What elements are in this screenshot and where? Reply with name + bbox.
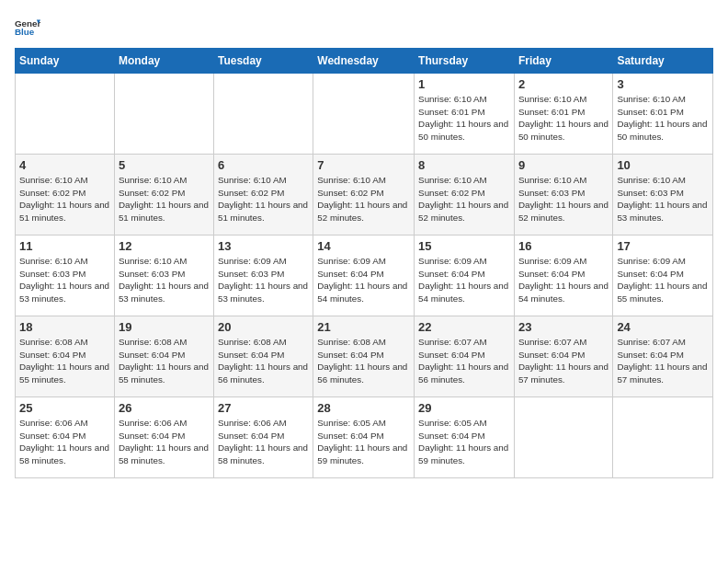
day-info: Sunrise: 6:05 AM Sunset: 6:04 PM Dayligh… [418, 417, 510, 467]
calendar-cell: 13Sunrise: 6:09 AM Sunset: 6:03 PM Dayli… [213, 236, 313, 316]
calendar-cell: 6Sunrise: 6:10 AM Sunset: 6:02 PM Daylig… [213, 155, 313, 236]
day-info: Sunrise: 6:09 AM Sunset: 6:04 PM Dayligh… [518, 255, 609, 305]
calendar-cell: 15Sunrise: 6:09 AM Sunset: 6:04 PM Dayli… [415, 236, 515, 316]
calendar-cell: 26Sunrise: 6:06 AM Sunset: 6:04 PM Dayli… [114, 397, 213, 478]
day-info: Sunrise: 6:07 AM Sunset: 6:04 PM Dayligh… [418, 336, 510, 386]
svg-text:Blue: Blue [15, 27, 35, 37]
day-info: Sunrise: 6:05 AM Sunset: 6:04 PM Dayligh… [317, 417, 410, 467]
day-info: Sunrise: 6:09 AM Sunset: 6:03 PM Dayligh… [218, 255, 309, 305]
day-info: Sunrise: 6:10 AM Sunset: 6:01 PM Dayligh… [518, 93, 609, 144]
calendar-cell: 14Sunrise: 6:09 AM Sunset: 6:04 PM Dayli… [313, 236, 415, 316]
day-info: Sunrise: 6:10 AM Sunset: 6:02 PM Dayligh… [218, 174, 309, 224]
day-number: 13 [218, 239, 309, 253]
calendar-cell: 24Sunrise: 6:07 AM Sunset: 6:04 PM Dayli… [613, 316, 713, 397]
calendar-cell: 3Sunrise: 6:10 AM Sunset: 6:01 PM Daylig… [613, 74, 713, 155]
day-number: 17 [617, 239, 709, 253]
day-header-monday: Monday [114, 49, 213, 74]
calendar-cell [114, 74, 213, 155]
day-number: 18 [19, 320, 110, 334]
calendar-cell: 29Sunrise: 6:05 AM Sunset: 6:04 PM Dayli… [415, 397, 515, 478]
day-info: Sunrise: 6:08 AM Sunset: 6:04 PM Dayligh… [19, 336, 110, 386]
day-info: Sunrise: 6:10 AM Sunset: 6:03 PM Dayligh… [518, 174, 609, 224]
calendar-cell: 20Sunrise: 6:08 AM Sunset: 6:04 PM Dayli… [213, 316, 313, 397]
day-number: 10 [617, 158, 709, 172]
calendar-cell: 22Sunrise: 6:07 AM Sunset: 6:04 PM Dayli… [415, 316, 515, 397]
day-info: Sunrise: 6:08 AM Sunset: 6:04 PM Dayligh… [218, 336, 309, 386]
day-number: 5 [119, 158, 210, 172]
day-number: 6 [218, 158, 309, 172]
calendar-cell: 7Sunrise: 6:10 AM Sunset: 6:02 PM Daylig… [313, 155, 415, 236]
day-number: 1 [418, 77, 510, 91]
day-number: 24 [617, 320, 709, 334]
day-info: Sunrise: 6:09 AM Sunset: 6:04 PM Dayligh… [317, 255, 410, 305]
calendar-cell: 5Sunrise: 6:10 AM Sunset: 6:02 PM Daylig… [114, 155, 213, 236]
day-info: Sunrise: 6:10 AM Sunset: 6:03 PM Dayligh… [617, 174, 709, 224]
day-number: 4 [19, 158, 110, 172]
day-number: 28 [317, 401, 410, 415]
day-number: 14 [317, 239, 410, 253]
day-number: 7 [317, 158, 410, 172]
day-info: Sunrise: 6:10 AM Sunset: 6:03 PM Dayligh… [19, 255, 110, 305]
day-number: 15 [418, 239, 510, 253]
day-number: 26 [119, 401, 210, 415]
day-info: Sunrise: 6:08 AM Sunset: 6:04 PM Dayligh… [119, 336, 210, 386]
calendar-table: SundayMondayTuesdayWednesdayThursdayFrid… [15, 48, 713, 478]
day-number: 12 [119, 239, 210, 253]
calendar-cell: 1Sunrise: 6:10 AM Sunset: 6:01 PM Daylig… [415, 74, 515, 155]
day-info: Sunrise: 6:09 AM Sunset: 6:04 PM Dayligh… [617, 255, 709, 305]
day-number: 9 [518, 158, 609, 172]
day-info: Sunrise: 6:10 AM Sunset: 6:01 PM Dayligh… [418, 93, 510, 144]
day-info: Sunrise: 6:07 AM Sunset: 6:04 PM Dayligh… [617, 336, 709, 386]
calendar-cell: 2Sunrise: 6:10 AM Sunset: 6:01 PM Daylig… [514, 74, 612, 155]
calendar-cell: 28Sunrise: 6:05 AM Sunset: 6:04 PM Dayli… [313, 397, 415, 478]
day-info: Sunrise: 6:10 AM Sunset: 6:02 PM Dayligh… [119, 174, 210, 224]
day-info: Sunrise: 6:10 AM Sunset: 6:02 PM Dayligh… [418, 174, 510, 224]
calendar-cell: 12Sunrise: 6:10 AM Sunset: 6:03 PM Dayli… [114, 236, 213, 316]
calendar-cell [213, 74, 313, 155]
day-header-friday: Friday [514, 49, 612, 74]
day-number: 11 [19, 239, 110, 253]
day-info: Sunrise: 6:10 AM Sunset: 6:02 PM Dayligh… [19, 174, 110, 224]
calendar-cell: 23Sunrise: 6:07 AM Sunset: 6:04 PM Dayli… [514, 316, 612, 397]
day-number: 20 [218, 320, 309, 334]
calendar-cell: 19Sunrise: 6:08 AM Sunset: 6:04 PM Dayli… [114, 316, 213, 397]
calendar-cell: 8Sunrise: 6:10 AM Sunset: 6:02 PM Daylig… [415, 155, 515, 236]
day-info: Sunrise: 6:06 AM Sunset: 6:04 PM Dayligh… [19, 417, 110, 467]
page-header: General Blue [15, 15, 713, 40]
day-info: Sunrise: 6:10 AM Sunset: 6:02 PM Dayligh… [317, 174, 410, 224]
calendar-cell: 25Sunrise: 6:06 AM Sunset: 6:04 PM Dayli… [16, 397, 115, 478]
day-header-saturday: Saturday [613, 49, 713, 74]
calendar-cell [514, 397, 612, 478]
day-number: 27 [218, 401, 309, 415]
day-number: 22 [418, 320, 510, 334]
day-number: 23 [518, 320, 609, 334]
day-header-wednesday: Wednesday [313, 49, 415, 74]
calendar-cell: 21Sunrise: 6:08 AM Sunset: 6:04 PM Dayli… [313, 316, 415, 397]
day-info: Sunrise: 6:09 AM Sunset: 6:04 PM Dayligh… [418, 255, 510, 305]
day-number: 8 [418, 158, 510, 172]
day-info: Sunrise: 6:06 AM Sunset: 6:04 PM Dayligh… [119, 417, 210, 467]
calendar-cell [16, 74, 115, 155]
calendar-cell: 16Sunrise: 6:09 AM Sunset: 6:04 PM Dayli… [514, 236, 612, 316]
calendar-cell [313, 74, 415, 155]
calendar-cell: 11Sunrise: 6:10 AM Sunset: 6:03 PM Dayli… [16, 236, 115, 316]
logo-icon: General Blue [15, 15, 40, 40]
day-header-thursday: Thursday [415, 49, 515, 74]
day-header-tuesday: Tuesday [213, 49, 313, 74]
day-number: 25 [19, 401, 110, 415]
calendar-cell: 17Sunrise: 6:09 AM Sunset: 6:04 PM Dayli… [613, 236, 713, 316]
day-number: 16 [518, 239, 609, 253]
day-info: Sunrise: 6:07 AM Sunset: 6:04 PM Dayligh… [518, 336, 609, 386]
day-header-sunday: Sunday [16, 49, 115, 74]
day-info: Sunrise: 6:08 AM Sunset: 6:04 PM Dayligh… [317, 336, 410, 386]
calendar-cell: 4Sunrise: 6:10 AM Sunset: 6:02 PM Daylig… [16, 155, 115, 236]
day-info: Sunrise: 6:10 AM Sunset: 6:01 PM Dayligh… [617, 93, 709, 144]
day-number: 2 [518, 77, 609, 91]
day-number: 19 [119, 320, 210, 334]
calendar-cell: 27Sunrise: 6:06 AM Sunset: 6:04 PM Dayli… [213, 397, 313, 478]
day-info: Sunrise: 6:10 AM Sunset: 6:03 PM Dayligh… [119, 255, 210, 305]
day-info: Sunrise: 6:06 AM Sunset: 6:04 PM Dayligh… [218, 417, 309, 467]
calendar-cell: 18Sunrise: 6:08 AM Sunset: 6:04 PM Dayli… [16, 316, 115, 397]
calendar-cell: 10Sunrise: 6:10 AM Sunset: 6:03 PM Dayli… [613, 155, 713, 236]
calendar-cell [613, 397, 713, 478]
